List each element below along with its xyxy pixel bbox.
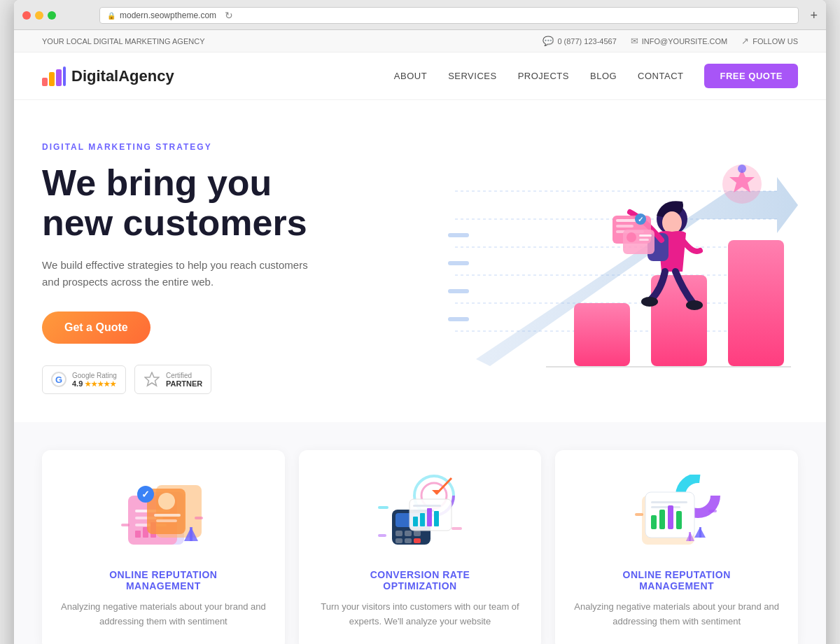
service-title-1: ONLINE REPUTATIONMANAGEMENT: [59, 569, 268, 592]
share-icon: ↗: [741, 36, 749, 46]
get-quote-button[interactable]: Get a Quote: [42, 312, 150, 344]
service-desc-3: Analyzing negative materials about your …: [572, 600, 781, 629]
lock-icon: 🔒: [107, 12, 115, 20]
svg-rect-94: [635, 513, 643, 516]
certified-icon: [144, 371, 160, 388]
svg-point-21: [662, 211, 682, 234]
svg-marker-61: [432, 490, 441, 494]
hero-content: DIGITAL MARKETING STRATEGY We bring you …: [42, 142, 308, 394]
svg-rect-87: [659, 510, 665, 529]
svg-rect-74: [420, 513, 425, 526]
svg-rect-14: [448, 317, 469, 321]
svg-rect-64: [396, 531, 402, 536]
browser-window: 🔒 modern.seowptheme.com ↻ + YOUR LOCAL D…: [14, 0, 826, 644]
browser-chrome: 🔒 modern.seowptheme.com ↻ +: [14, 0, 826, 30]
google-badge-label: Google Rating: [72, 372, 117, 379]
google-badge-info: Google Rating 4.9 ★★★★★: [72, 372, 117, 388]
logo-icon: [42, 66, 66, 86]
svg-point-32: [626, 232, 636, 242]
hero-subtitle: DIGITAL MARKETING STRATEGY: [42, 142, 308, 152]
svg-rect-56: [195, 517, 203, 519]
certified-badge-info: Certified PARTNER: [166, 372, 202, 388]
service-title-3: ONLINE REPUTATIONMANAGEMENT: [572, 569, 781, 592]
svg-rect-55: [121, 524, 130, 526]
agency-label: YOUR LOCAL DIGITAL MARKETING AGENCY: [42, 37, 204, 46]
certified-badge: Certified PARTNER: [134, 365, 211, 394]
nav-projects[interactable]: PROJECTS: [518, 71, 569, 81]
nav-blog[interactable]: BLOG: [590, 71, 617, 81]
svg-rect-27: [616, 225, 634, 227]
google-rating-value: 4.9 ★★★★★: [72, 379, 117, 388]
chat-icon: 💬: [542, 36, 554, 46]
svg-rect-31: [623, 230, 654, 254]
svg-rect-43: [135, 531, 141, 538]
svg-rect-91: [699, 527, 701, 538]
svg-rect-13: [448, 289, 469, 293]
svg-rect-68: [405, 538, 412, 543]
top-bar: YOUR LOCAL DIGITAL MARKETING AGENCY 💬 0 …: [14, 30, 826, 52]
service-desc-1: Analyzing negative materials about your …: [59, 600, 268, 629]
new-tab-button[interactable]: +: [810, 8, 818, 23]
google-g-icon: G: [51, 372, 66, 387]
service-card-3: ONLINE REPUTATIONMANAGEMENT Analyzing ne…: [555, 450, 798, 644]
svg-rect-3: [63, 66, 66, 86]
hero-description: We build effective strategies to help yo…: [42, 257, 308, 290]
close-button[interactable]: [22, 11, 31, 20]
svg-marker-4: [145, 372, 159, 386]
svg-rect-2: [56, 69, 62, 86]
svg-rect-34: [639, 239, 649, 241]
svg-rect-79: [378, 534, 386, 537]
star-icons: ★★★★★: [85, 380, 116, 388]
svg-rect-11: [448, 233, 469, 237]
refresh-button[interactable]: ↻: [225, 10, 233, 21]
email-icon: ✉: [631, 36, 638, 46]
svg-rect-89: [676, 511, 682, 529]
logo[interactable]: DigitalAgency: [42, 66, 174, 86]
svg-rect-16: [574, 303, 630, 366]
google-badge: G Google Rating 4.9 ★★★★★: [42, 365, 126, 394]
svg-rect-71: [413, 505, 441, 507]
nav-services[interactable]: SERVICES: [448, 71, 497, 81]
svg-rect-84: [651, 501, 687, 503]
svg-rect-95: [708, 510, 717, 512]
svg-rect-49: [154, 514, 181, 517]
svg-rect-18: [728, 240, 784, 366]
social-item[interactable]: ↗ FOLLOW US: [741, 36, 798, 46]
certified-label: Certified: [166, 372, 202, 379]
svg-point-23: [641, 297, 658, 307]
minimize-button[interactable]: [35, 11, 43, 20]
svg-text:✓: ✓: [141, 489, 150, 500]
svg-rect-86: [651, 515, 657, 529]
svg-rect-85: [651, 506, 680, 508]
email-item: ✉ INFO@YOURSITE.COM: [631, 36, 727, 46]
email-address: INFO@YOURSITE.COM: [642, 37, 727, 46]
certified-value: PARTNER: [166, 379, 202, 388]
nav-about[interactable]: ABOUT: [394, 71, 427, 81]
svg-rect-1: [49, 72, 55, 86]
svg-text:✓: ✓: [638, 216, 643, 223]
svg-point-24: [686, 300, 703, 310]
svg-rect-78: [451, 527, 462, 530]
hero-section: DIGITAL MARKETING STRATEGY We bring you …: [14, 100, 826, 422]
nav-links: ABOUT SERVICES PROJECTS BLOG CONTACT FRE…: [394, 64, 798, 88]
hero-title: We bring you new customers: [42, 163, 308, 243]
svg-rect-88: [668, 505, 673, 529]
svg-rect-73: [413, 517, 418, 526]
svg-rect-69: [414, 538, 421, 543]
nav-contact[interactable]: CONTACT: [638, 71, 683, 81]
svg-rect-50: [156, 519, 177, 522]
maximize-button[interactable]: [48, 11, 56, 20]
services-grid: ✓ ONLINE REPUTATIONMANAGEMENT Analyzing …: [42, 450, 798, 644]
service-icon-1: ✓: [59, 471, 268, 555]
svg-rect-76: [434, 511, 439, 526]
phone-number: 0 (877) 123-4567: [557, 37, 616, 46]
svg-point-48: [158, 493, 175, 510]
service-icon-2: [316, 471, 525, 555]
svg-rect-93: [689, 532, 691, 541]
badges: G Google Rating 4.9 ★★★★★: [42, 365, 308, 394]
free-quote-button[interactable]: FREE QUOTE: [704, 64, 798, 88]
address-bar[interactable]: 🔒 modern.seowptheme.com ↻: [99, 7, 799, 24]
service-card-2: CONVERSION RATEOPTIMIZATION Turn your vi…: [299, 450, 542, 644]
svg-rect-75: [427, 508, 432, 526]
svg-rect-65: [405, 531, 412, 536]
